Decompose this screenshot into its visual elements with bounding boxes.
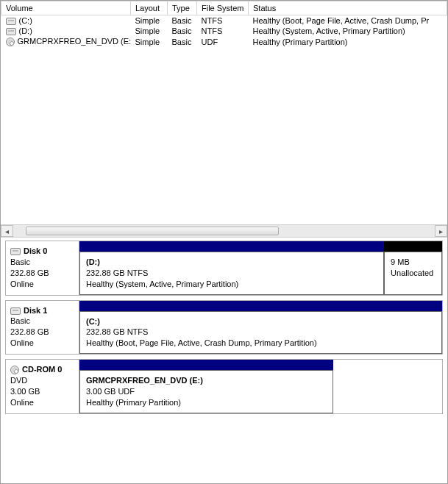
- disk-graphical-pane: Disk 0Basic232.88 GBOnline(D:)232.88 GB …: [1, 238, 447, 423]
- disk-size: 232.88 GB: [10, 268, 74, 279]
- partition-label: GRMCPRXFREO_EN_DVD (E:): [86, 375, 327, 386]
- partition-label: (C:): [86, 316, 435, 327]
- partition-header-seg: [79, 360, 333, 370]
- partition-status: Healthy (System, Active, Primary Partiti…: [86, 279, 377, 290]
- disk-row[interactable]: CD-ROM 0DVD3.00 GBOnlineGRMCPRXFREO_EN_D…: [5, 359, 443, 414]
- partition-size: 3.00 GB UDF: [86, 386, 327, 397]
- disk-name: CD-ROM 0: [22, 365, 62, 374]
- partition-row: (D:)232.88 GB NTFSHealthy (System, Activ…: [79, 252, 442, 295]
- partition-header-seg: [79, 301, 442, 311]
- volume-layout: Simple: [131, 36, 168, 47]
- partition-header-seg: [384, 241, 442, 252]
- col-type[interactable]: Type: [168, 1, 197, 15]
- volume-name: (D:): [19, 26, 32, 35]
- volume-row[interactable]: (C:)SimpleBasicNTFSHealthy (Boot, Page F…: [1, 15, 447, 26]
- disk-info: CD-ROM 0DVD3.00 GBOnline: [6, 360, 79, 413]
- horizontal-scrollbar[interactable]: ◂ ▸: [1, 224, 447, 237]
- col-volume[interactable]: Volume: [1, 1, 131, 15]
- disk-type: Basic: [10, 257, 74, 268]
- partition-topbar: [79, 301, 442, 311]
- drive-icon: [6, 18, 16, 25]
- volume-row[interactable]: GRMCPRXFREO_EN_DVD (E:)SimpleBasicUDFHea…: [1, 36, 447, 47]
- volume-status: Healthy (Boot, Page File, Active, Crash …: [249, 15, 447, 26]
- scroll-right-arrow[interactable]: ▸: [435, 225, 447, 237]
- partition-status: Unallocated: [391, 268, 435, 279]
- volume-type: Basic: [168, 26, 197, 36]
- partition-header-seg: [79, 241, 384, 252]
- volume-status: Healthy (System, Active, Primary Partiti…: [249, 26, 447, 36]
- partition-status: Healthy (Primary Partition): [86, 397, 327, 408]
- partition-size: 9 MB: [391, 257, 435, 268]
- disk-state: Online: [10, 338, 74, 349]
- col-layout[interactable]: Layout: [131, 1, 168, 15]
- partition[interactable]: 9 MBUnallocated: [384, 252, 442, 295]
- disc-icon: [10, 366, 19, 374]
- volume-table[interactable]: Volume Layout Type File System Status (C…: [1, 1, 447, 47]
- partition[interactable]: GRMCPRXFREO_EN_DVD (E:)3.00 GB UDFHealth…: [79, 370, 333, 413]
- disk-state: Online: [10, 397, 74, 408]
- drive-icon: [10, 248, 21, 255]
- drive-icon: [6, 28, 16, 35]
- volume-layout: Simple: [131, 26, 168, 36]
- drive-icon: [10, 307, 21, 315]
- disk-info: Disk 0Basic232.88 GBOnline: [6, 241, 79, 295]
- disk-size: 3.00 GB: [10, 386, 74, 397]
- disk-row[interactable]: Disk 0Basic232.88 GBOnline(D:)232.88 GB …: [5, 241, 443, 296]
- partition[interactable]: (C:)232.88 GB NTFSHealthy (Boot, Page Fi…: [79, 311, 442, 355]
- disk-graphic: GRMCPRXFREO_EN_DVD (E:)3.00 GB UDFHealth…: [79, 360, 442, 413]
- volume-status: Healthy (Primary Partition): [249, 36, 447, 47]
- disk-name: Disk 0: [24, 246, 47, 255]
- disk-graphic: (D:)232.88 GB NTFSHealthy (System, Activ…: [79, 241, 442, 295]
- col-filesystem[interactable]: File System: [197, 1, 249, 15]
- volume-header-row[interactable]: Volume Layout Type File System Status: [1, 1, 447, 15]
- partition-size: 232.88 GB NTFS: [86, 327, 435, 338]
- partition-size: 232.88 GB NTFS: [86, 268, 377, 279]
- volume-fs: NTFS: [197, 26, 249, 36]
- partition-topbar: [79, 360, 442, 370]
- partition-label: (D:): [86, 257, 377, 268]
- scroll-track[interactable]: [13, 225, 435, 237]
- scroll-thumb[interactable]: [26, 227, 279, 235]
- disk-info: Disk 1Basic232.88 GBOnline: [6, 301, 79, 355]
- partition[interactable]: (D:)232.88 GB NTFSHealthy (System, Activ…: [79, 252, 384, 295]
- volume-name: GRMCPRXFREO_EN_DVD (E:): [18, 37, 131, 46]
- disk-type: Basic: [10, 316, 74, 327]
- volume-layout: Simple: [131, 15, 168, 26]
- volume-type: Basic: [168, 36, 197, 47]
- disc-icon: [6, 38, 15, 46]
- disk-size: 232.88 GB: [10, 327, 74, 338]
- partition-topbar: [79, 241, 442, 252]
- disk-state: Online: [10, 279, 74, 290]
- volume-type: Basic: [168, 15, 197, 26]
- disk-graphic: (C:)232.88 GB NTFSHealthy (Boot, Page Fi…: [79, 301, 442, 355]
- partition-row: GRMCPRXFREO_EN_DVD (E:)3.00 GB UDFHealth…: [79, 370, 442, 413]
- volume-row[interactable]: (D:)SimpleBasicNTFSHealthy (System, Acti…: [1, 26, 447, 36]
- disk-type: DVD: [10, 375, 74, 386]
- volume-list-pane: Volume Layout Type File System Status (C…: [1, 1, 447, 238]
- disk-row[interactable]: Disk 1Basic232.88 GBOnline(C:)232.88 GB …: [5, 300, 443, 355]
- volume-fs: UDF: [197, 36, 249, 47]
- volume-name: (C:): [19, 16, 32, 25]
- disk-name: Disk 1: [24, 306, 47, 315]
- partition-row: (C:)232.88 GB NTFSHealthy (Boot, Page Fi…: [79, 311, 442, 355]
- col-status[interactable]: Status: [249, 1, 447, 15]
- partition-status: Healthy (Boot, Page File, Active, Crash …: [86, 338, 435, 349]
- volume-fs: NTFS: [197, 15, 249, 26]
- scroll-left-arrow[interactable]: ◂: [1, 225, 13, 237]
